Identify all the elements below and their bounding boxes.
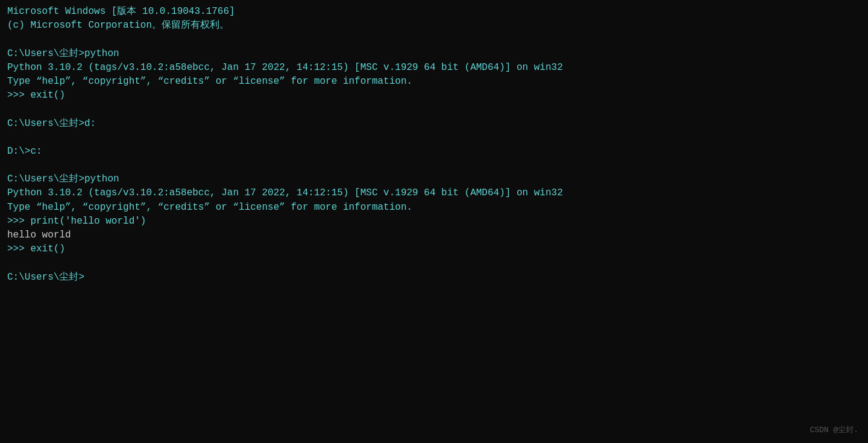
terminal-line: Microsoft Windows [版本 10.0.19043.1766] (7, 5, 861, 19)
terminal-line: >>> print('hello world') (7, 215, 861, 228)
terminal-line: Type “help”, “copyright”, “credits” or “… (7, 201, 861, 215)
terminal-output: Microsoft Windows [版本 10.0.19043.1766](c… (7, 5, 861, 284)
watermark: CSDN @尘封. (810, 425, 858, 436)
terminal-empty-line (7, 102, 861, 116)
terminal-line: hello world (7, 228, 861, 242)
terminal-line: Python 3.10.2 (tags/v3.10.2:a58ebcc, Jan… (7, 61, 861, 75)
terminal-line: C:\Users\尘封>python (7, 47, 861, 61)
terminal-line: Type “help”, “copyright”, “credits” or “… (7, 75, 861, 89)
terminal-line: >>> exit() (7, 89, 861, 102)
terminal-line: (c) Microsoft Corporation。保留所有权利。 (7, 19, 861, 33)
terminal-line: C:\Users\尘封> (7, 271, 861, 284)
terminal-empty-line (7, 159, 861, 172)
terminal-line: >>> exit() (7, 242, 861, 256)
terminal-line: C:\Users\尘封>d: (7, 117, 861, 131)
terminal-window: Microsoft Windows [版本 10.0.19043.1766](c… (0, 0, 868, 443)
terminal-line: Python 3.10.2 (tags/v3.10.2:a58ebcc, Jan… (7, 186, 861, 200)
terminal-empty-line (7, 256, 861, 270)
terminal-line: C:\Users\尘封>python (7, 172, 861, 186)
terminal-line: D:\>c: (7, 145, 861, 159)
terminal-empty-line (7, 131, 861, 145)
terminal-empty-line (7, 33, 861, 46)
